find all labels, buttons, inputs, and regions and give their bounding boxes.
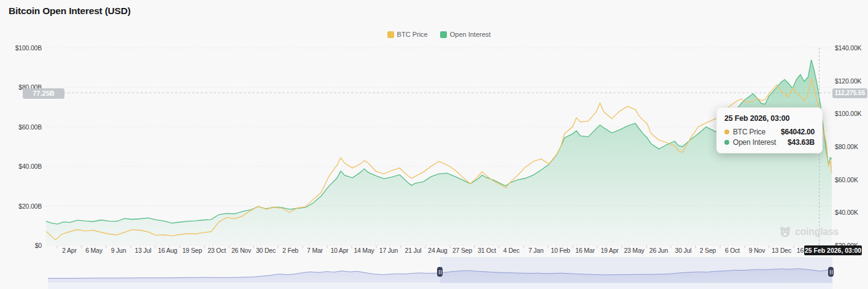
tooltip-row-btc-price: BTC Price $64042.00 [724,128,815,136]
navigator-handle-left[interactable] [437,267,443,277]
y-left-tick-label: $20.00B [4,202,42,210]
watermark: coinglass [778,225,839,239]
handle-grip [832,270,832,274]
navigator-track[interactable] [48,283,832,289]
current-btc-price-badge: 112,275.55 [832,88,867,98]
tooltip-label: Open Interest [733,138,776,147]
handle-grip [441,270,441,274]
y-right-tick-label: $120.00K [835,77,861,85]
tooltip-row-open-interest: Open Interest $43.63B [724,138,815,147]
watermark-text: coinglass [795,226,839,237]
crosshair-date-badge: 25 Feb 2026, 03:00 [804,245,862,255]
tooltip-label: BTC Price [733,128,765,136]
y-right-tick-label: $60.00K [835,176,858,183]
handle-grip [439,270,440,274]
y-right-tick-label: $40.00K [835,209,858,216]
open-interest-dot-icon [724,140,729,145]
tooltip-value: $64042.00 [781,128,815,136]
tooltip-value: $43.63B [788,138,815,147]
tooltip-date: 25 Feb 2026, 03:00 [724,114,815,123]
current-open-interest-badge: 77.25B [23,88,64,99]
y-left-tick-label: $60.00B [4,123,42,131]
y-right-tick-label: $80.00K [835,143,858,150]
tooltip: 25 Feb 2026, 03:00 BTC Price $64042.00 O… [716,107,823,153]
y-left-tick-label: $40.00B [4,163,42,170]
y-left-tick-label: $0 [4,242,42,249]
navigator-handle-right[interactable] [828,267,834,277]
navigator-selected-region [440,257,832,283]
handle-grip [830,270,831,274]
btc-price-dot-icon [724,129,729,134]
y-right-tick-label: $140.00K [835,44,861,52]
y-right-tick-label: $100.00K [835,110,861,117]
y-left-tick-label: $100.00B [4,44,42,52]
coinglass-bear-icon [778,225,792,239]
coinglass-chart-widget: Bitcoin Open Interest (USD) BTC Price Op… [0,0,868,289]
